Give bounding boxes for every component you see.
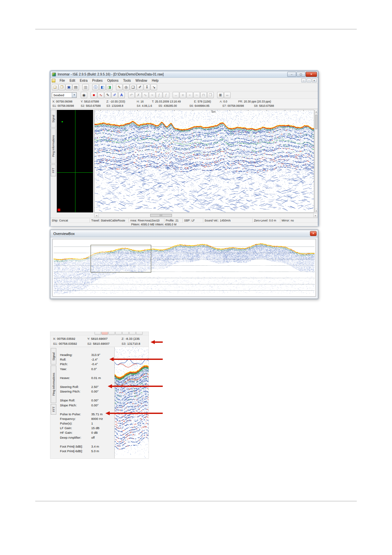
tab-signal[interactable]: Signal xyxy=(51,348,56,365)
annotation-arrow-z-readout xyxy=(151,340,163,344)
red-marker-button[interactable]: ■ xyxy=(91,92,97,98)
scroll-down-button[interactable]: ▾ xyxy=(315,209,318,212)
open-file-button[interactable]: ❏ xyxy=(52,84,58,90)
vertical-scrollbar[interactable]: ▴ ▾ xyxy=(315,110,318,213)
print-button[interactable]: ▤ xyxy=(72,84,79,90)
marker-pen-button[interactable]: ✐ xyxy=(111,92,118,98)
draw-icon: ✎ xyxy=(118,85,121,89)
vertical-scroll-thumb[interactable] xyxy=(315,115,317,129)
tab-fft[interactable]: FFT xyxy=(51,404,56,415)
mdi-close-button[interactable]: ✕ xyxy=(312,78,317,82)
smooth-filter-button[interactable]: ≈ xyxy=(149,92,155,98)
curve-tool-button[interactable]: ∿ xyxy=(98,92,104,98)
save-button[interactable]: ▣ xyxy=(66,84,72,90)
hf-gain-field: HF Gain: 0 dB xyxy=(60,431,114,435)
tab-signal[interactable]: Signal xyxy=(51,110,56,128)
main-echogram-canvas[interactable] xyxy=(95,110,314,212)
annotate-icon: ✐ xyxy=(138,85,141,89)
export-button[interactable]: ▥ xyxy=(82,84,89,90)
mdi-restore-button[interactable]: ▫ xyxy=(307,78,311,82)
close-button[interactable]: ✕ xyxy=(306,72,317,77)
fit-height-button[interactable]: ≡ xyxy=(180,92,186,98)
draw-button[interactable]: ✎ xyxy=(116,84,123,90)
horizontal-scroll-track[interactable] xyxy=(99,214,313,217)
maximize-icon: ▢ xyxy=(300,73,302,76)
wave-filter-button[interactable]: ∿ xyxy=(142,92,149,98)
depth-label: -5m xyxy=(211,110,216,113)
minimize-button[interactable]: – xyxy=(287,72,296,77)
fit-width-button[interactable]: ↔ xyxy=(173,92,179,98)
overview-title-bar[interactable]: OverviewBox ✕ xyxy=(50,230,318,237)
menu-help[interactable]: Help xyxy=(150,78,161,83)
signal-view-button[interactable]: ◨ xyxy=(106,84,113,90)
layer-select[interactable]: Seabed ▾ xyxy=(52,92,77,98)
annotation-arrow-pulse-to-pulse xyxy=(105,411,163,416)
pr-readout: PR:20.30 pps (20.33 pps) xyxy=(238,100,316,103)
wave-filter-icon: ∿ xyxy=(144,93,147,97)
mdi-minimize-button[interactable]: – xyxy=(301,78,306,82)
marker-pen-icon: ✐ xyxy=(113,93,116,97)
horizontal-scroll-thumb[interactable] xyxy=(150,214,172,217)
resize-button[interactable]: ↘ xyxy=(151,84,157,90)
gate-button[interactable]: ⊓ xyxy=(200,92,207,98)
tab-fft[interactable]: FFT xyxy=(51,164,56,176)
smooth-button[interactable]: ∼ xyxy=(193,92,200,98)
e-readout: E:578 (1156) xyxy=(194,100,220,103)
menu-file[interactable]: File xyxy=(57,78,67,83)
profile-view: SignalPing InformationsFFT -5m ▴ ▾ ◂ ▸ xyxy=(50,109,318,218)
maximize-button[interactable]: ▢ xyxy=(296,72,305,77)
display-colors-button[interactable]: ◧ xyxy=(99,84,106,90)
menu-edit[interactable]: Edit xyxy=(67,78,77,83)
menu-probes[interactable]: Probes xyxy=(90,78,105,83)
frame-button[interactable]: ❒ xyxy=(207,92,214,98)
menu-window[interactable]: Window xyxy=(133,78,150,83)
split-view-button[interactable]: ÷ xyxy=(186,92,193,98)
viewport-selection-rect[interactable] xyxy=(91,245,151,273)
zoom-icon: ◎ xyxy=(125,85,128,89)
pin-down-button[interactable]: ↧ xyxy=(144,84,150,90)
signal-marker xyxy=(62,121,63,122)
grid-view-button[interactable]: ≣ xyxy=(217,92,224,98)
detail-echogram-view xyxy=(114,347,149,459)
menu-extra[interactable]: Extra xyxy=(77,78,90,83)
steering-pitch-field: Steering Pitch: 0.00° xyxy=(60,390,114,394)
a-readout: A:0.0 xyxy=(220,100,238,103)
scroll-right-button[interactable]: ▸ xyxy=(313,214,318,217)
echogram-view: -5m xyxy=(94,110,314,213)
smooth-filter-icon: ≈ xyxy=(151,93,153,97)
scroll-left-button[interactable]: ◂ xyxy=(95,214,99,217)
window-layout-button[interactable]: ❑ xyxy=(130,84,136,90)
resize-icon: ↘ xyxy=(152,85,155,89)
overview-close-button[interactable]: ✕ xyxy=(310,231,317,236)
tab-ping-informations[interactable]: Ping Informations xyxy=(51,365,56,403)
chevron-down-icon[interactable]: ▾ xyxy=(72,93,76,98)
arrow-up-icon: ▴ xyxy=(316,111,317,113)
function-2-icon: ƒ xyxy=(165,93,167,97)
function-2-button[interactable]: ƒ xyxy=(163,92,169,98)
text-tool-button[interactable]: A xyxy=(118,92,125,98)
view-settings-icon: ◉ xyxy=(82,93,86,97)
zoom-button[interactable]: ◎ xyxy=(123,84,129,90)
span-width-button[interactable]: ⇔ xyxy=(224,92,231,98)
delete-button[interactable]: ✗ xyxy=(135,92,142,98)
function-1-button[interactable]: ƒ xyxy=(156,92,162,98)
menu-tools[interactable]: Tools xyxy=(121,78,133,83)
info-button[interactable]: ⓘ xyxy=(92,84,99,90)
toolbar-button xyxy=(115,332,122,335)
undo-button[interactable]: ↶ xyxy=(128,92,135,98)
s1-readout: S1:00758.03592 xyxy=(53,342,87,345)
arrow-head-icon xyxy=(151,340,155,344)
scroll-up-button[interactable]: ▴ xyxy=(315,110,318,113)
detail-echogram-canvas[interactable] xyxy=(115,347,149,459)
view-settings-button[interactable]: ◉ xyxy=(81,92,87,98)
annotate-button[interactable]: ✐ xyxy=(137,84,143,90)
tab-ping-informations[interactable]: Ping Informations xyxy=(51,129,56,163)
title-bar[interactable]: Innomar - ISE 2.9.5 (Build: 2.9.5.16) - … xyxy=(50,71,318,78)
export-icon: ▥ xyxy=(84,85,87,89)
pencil-tool-button[interactable]: ✎ xyxy=(104,92,111,98)
open-folder-button[interactable]: ❐ xyxy=(59,84,65,90)
horizontal-scrollbar[interactable]: ◂ ▸ xyxy=(94,213,318,218)
menu-options[interactable]: Options xyxy=(105,78,121,83)
close-icon: ✕ xyxy=(312,232,315,235)
heading-field: Heading: 313.9° xyxy=(60,353,114,358)
